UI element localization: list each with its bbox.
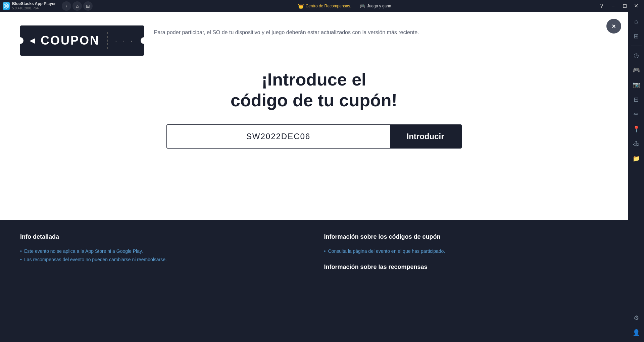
top-section: ◀ COUPON · · · Para poder participar, el… — [20, 25, 608, 56]
game-icon: 🎮 — [359, 3, 365, 9]
titlebar-nav: ‹ ⌂ ⊞ — [62, 1, 93, 11]
sidebar-apps-icon[interactable]: ⊞ — [630, 30, 643, 43]
footer-left-list: Este evento no se aplica a la App Store … — [20, 247, 304, 264]
coupon-code-input[interactable] — [167, 125, 390, 148]
coupon-label: COUPON — [41, 34, 100, 48]
sidebar-gamepad-icon[interactable]: 🎮 — [630, 63, 643, 77]
reward-center-button[interactable]: 👑 Centro de Recompensas. — [298, 3, 351, 9]
footer-rewards-title: Información sobre las recompensas — [324, 264, 608, 271]
content-area: × ◀ COUPON · · · Para poder participar, … — [0, 12, 628, 342]
description-text: Para poder participar, el SO de tu dispo… — [154, 28, 419, 37]
footer-right-col: Información sobre los códigos de cupón C… — [324, 233, 608, 329]
sidebar-user-icon[interactable]: 👤 — [630, 326, 643, 339]
back-button[interactable]: ‹ — [62, 1, 71, 11]
titlebar: BlueStacks App Player 5.9.410.2001 P64 ‹… — [0, 0, 644, 12]
sidebar-joystick-icon[interactable]: 🕹 — [630, 137, 643, 151]
footer-area: Info detallada Este evento no se aplica … — [0, 220, 628, 342]
bluestacks-logo — [3, 2, 10, 10]
sidebar-separator-2 — [631, 168, 642, 168]
sidebar-location-icon[interactable]: 📍 — [630, 122, 643, 136]
home-nav-button[interactable]: ⌂ — [72, 1, 82, 11]
help-button[interactable]: ? — [596, 1, 607, 11]
footer-right-list: Consulta la página del evento en el que … — [324, 247, 608, 255]
coupon-ticket: ◀ COUPON · · · — [20, 25, 144, 56]
footer-left-col: Info detallada Este evento no se aplica … — [20, 233, 304, 329]
minimize-button[interactable]: − — [608, 1, 618, 11]
submit-coupon-button[interactable]: Introducir — [390, 125, 461, 148]
right-sidebar: ⌂ ⊞ ◷ 🎮 📷 ⊟ ✏ 📍 🕹 📁 ⚙ 👤 — [628, 12, 644, 342]
coupon-input-row: Introducir — [166, 124, 462, 149]
juega-gana-button[interactable]: 🎮 Juega y gana — [359, 3, 391, 9]
restore-button[interactable]: ⊡ — [619, 1, 630, 11]
close-dialog-button[interactable]: × — [606, 19, 621, 34]
page-content: × ◀ COUPON · · · Para poder participar, … — [0, 12, 628, 220]
coupon-left-arrow-icon: ◀ — [30, 36, 35, 45]
app-version: 5.9.410.2001 P64 — [12, 6, 56, 10]
crown-icon: 👑 — [298, 3, 304, 9]
footer-right-item-1: Consulta la página del evento en el que … — [324, 247, 608, 255]
sidebar-folder-icon[interactable]: 📁 — [630, 152, 643, 165]
footer-left-item-2: Las recompensas del evento no pueden cam… — [20, 255, 304, 264]
window-close-button[interactable]: ✕ — [631, 1, 641, 11]
titlebar-right: ? − ⊡ ✕ — [596, 1, 641, 11]
page-title: ¡Introduce el código de tu cupón! — [20, 69, 608, 111]
svg-marker-1 — [5, 5, 8, 7]
app-name: BlueStacks App Player — [12, 1, 56, 6]
titlebar-center: 👑 Centro de Recompensas. 🎮 Juega y gana — [93, 3, 596, 9]
sidebar-clock-icon[interactable]: ◷ — [630, 49, 643, 62]
coupon-dots: · · · — [115, 37, 135, 45]
footer-right-title: Información sobre los códigos de cupón — [324, 233, 608, 240]
reward-center-label: Centro de Recompensas. — [306, 4, 351, 8]
sidebar-settings-icon[interactable]: ⚙ — [630, 311, 643, 325]
tabs-button[interactable]: ⊞ — [83, 1, 93, 11]
footer-left-title: Info detallada — [20, 233, 304, 240]
sidebar-camera-icon[interactable]: 📷 — [630, 78, 643, 92]
juega-gana-label: Juega y gana — [367, 4, 391, 8]
sidebar-edit-icon[interactable]: ✏ — [630, 108, 643, 121]
footer-left-item-1: Este evento no se aplica a la App Store … — [20, 247, 304, 255]
sidebar-layers-icon[interactable]: ⊟ — [630, 93, 643, 106]
sidebar-home-icon[interactable]: ⌂ — [630, 15, 643, 28]
title-line1: ¡Introduce el — [261, 70, 366, 89]
title-line2: código de tu cupón! — [231, 91, 397, 110]
coupon-divider — [107, 32, 108, 49]
sidebar-separator-1 — [631, 46, 642, 46]
titlebar-left: BlueStacks App Player 5.9.410.2001 P64 ‹… — [3, 1, 93, 11]
coupon-right: · · · — [115, 37, 135, 45]
main-layout: × ◀ COUPON · · · Para poder participar, … — [0, 12, 644, 342]
